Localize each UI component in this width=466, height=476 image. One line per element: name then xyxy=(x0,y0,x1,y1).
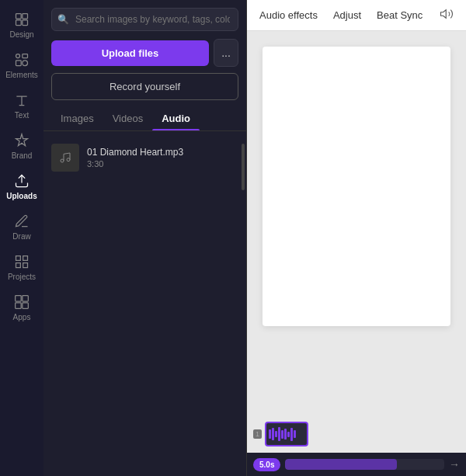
timeline-track-area: 1 xyxy=(253,422,308,446)
text-icon xyxy=(13,92,30,109)
sidebar-nav: Design Elements Text xyxy=(0,0,43,476)
upload-files-button[interactable]: Upload files xyxy=(51,40,209,66)
svg-rect-6 xyxy=(16,61,22,66)
sidebar-item-design[interactable]: Design xyxy=(3,6,40,43)
waveform-bar xyxy=(284,429,287,440)
svg-rect-11 xyxy=(16,303,22,309)
top-toolbar: Audio effects Adjust Beat Sync xyxy=(247,0,466,31)
svg-rect-5 xyxy=(23,54,28,58)
brand-icon xyxy=(13,132,30,149)
audio-list: 01 Diamond Heart.mp3 3:30 xyxy=(43,137,246,476)
tab-videos[interactable]: Videos xyxy=(103,108,153,130)
sidebar-item-label: Uploads xyxy=(6,192,37,200)
track-thumbnail[interactable] xyxy=(265,422,308,446)
search-input[interactable] xyxy=(51,8,238,31)
design-icon xyxy=(13,11,30,28)
toolbar-adjust[interactable]: Adjust xyxy=(333,6,361,24)
timeline-chip: 5.0s xyxy=(253,458,280,471)
audio-file-item[interactable]: 01 Diamond Heart.mp3 3:30 xyxy=(43,137,242,178)
waveform-bar xyxy=(287,432,290,437)
search-icon: 🔍 xyxy=(57,14,69,25)
main-area: Audio effects Adjust Beat Sync 1 xyxy=(247,0,466,476)
volume-icon[interactable] xyxy=(440,7,454,24)
tab-images[interactable]: Images xyxy=(51,108,103,130)
elements-icon xyxy=(13,51,30,68)
audio-duration: 3:30 xyxy=(87,159,234,169)
sidebar-item-label: Text xyxy=(15,111,29,120)
svg-point-13 xyxy=(61,159,64,162)
canvas-area: 1 5.0s xyxy=(247,31,466,476)
apps-icon xyxy=(13,294,30,311)
toolbar-beat-sync[interactable]: Beat Sync xyxy=(377,6,423,24)
sidebar-item-label: Elements xyxy=(5,71,38,79)
audio-thumbnail xyxy=(51,144,79,172)
svg-rect-3 xyxy=(23,20,28,26)
app-container: Design Elements Text xyxy=(0,0,466,476)
timeline-track[interactable] xyxy=(285,459,444,470)
sidebar-item-brand[interactable]: Brand xyxy=(3,127,40,165)
timeline-fill xyxy=(285,459,396,470)
svg-rect-9 xyxy=(16,296,22,302)
track-number-label: 1 xyxy=(253,429,262,439)
record-yourself-button[interactable]: Record yourself xyxy=(51,73,238,100)
svg-rect-0 xyxy=(16,14,22,19)
uploads-panel: 🔍 Upload files ... Record yourself Image… xyxy=(43,0,247,476)
draw-icon xyxy=(13,213,30,230)
sidebar-item-label: Brand xyxy=(12,151,33,160)
tab-audio[interactable]: Audio xyxy=(152,108,200,130)
sidebar-item-uploads[interactable]: Uploads xyxy=(3,168,40,205)
audio-file-name: 01 Diamond Heart.mp3 xyxy=(87,147,234,158)
svg-point-4 xyxy=(16,54,20,58)
upload-row: Upload files ... xyxy=(51,39,238,67)
waveform-bar xyxy=(294,430,296,438)
svg-rect-10 xyxy=(23,296,29,302)
tab-row: Images Videos Audio xyxy=(43,108,246,131)
waveform-bar xyxy=(290,428,293,441)
timeline-bar: 5.0s → xyxy=(247,453,466,476)
waveform-bar xyxy=(269,429,271,439)
sidebar-item-elements[interactable]: Elements xyxy=(3,47,40,84)
more-options-button[interactable]: ... xyxy=(214,39,238,67)
sidebar-item-apps[interactable]: Apps xyxy=(3,289,40,326)
svg-marker-15 xyxy=(441,9,447,18)
waveform-bar xyxy=(278,427,280,441)
search-bar: 🔍 xyxy=(51,8,238,31)
sidebar-item-label: Apps xyxy=(13,313,31,321)
sidebar-item-projects[interactable]: Projects xyxy=(3,248,40,286)
sidebar-item-draw[interactable]: Draw xyxy=(3,208,40,245)
sidebar-item-label: Projects xyxy=(8,273,36,281)
timeline-dots: → xyxy=(449,458,460,471)
projects-icon xyxy=(13,253,30,270)
svg-point-14 xyxy=(67,158,70,162)
waveform-bar xyxy=(281,430,283,439)
waveform xyxy=(266,423,298,445)
svg-rect-2 xyxy=(16,20,22,26)
canvas-white xyxy=(263,47,450,326)
svg-rect-1 xyxy=(23,14,28,19)
audio-info: 01 Diamond Heart.mp3 3:30 xyxy=(87,147,234,169)
uploads-icon xyxy=(13,172,30,189)
waveform-bar xyxy=(275,431,277,437)
sidebar-item-label: Draw xyxy=(12,232,30,241)
svg-rect-12 xyxy=(23,303,29,309)
sidebar-item-text[interactable]: Text xyxy=(3,87,40,124)
scroll-indicator xyxy=(242,144,245,190)
toolbar-audio-effects[interactable]: Audio effects xyxy=(259,6,318,24)
svg-point-7 xyxy=(23,61,28,66)
waveform-bar xyxy=(272,428,274,440)
sidebar-item-label: Design xyxy=(9,30,33,39)
